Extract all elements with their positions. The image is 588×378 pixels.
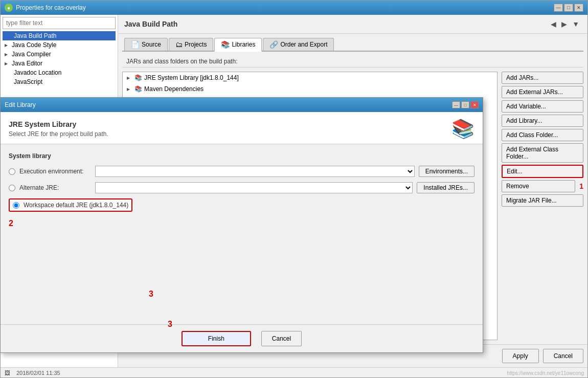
nav-arrows: ◀ ▶ ▼ — [549, 19, 581, 29]
tab-order-export[interactable]: 🔗 Order and Export — [263, 38, 334, 51]
titlebar-left: ● Properties for cas-overlay — [5, 4, 86, 12]
add-class-folder-btn[interactable]: Add Class Folder... — [502, 129, 583, 141]
add-ext-class-folder-btn[interactable]: Add External Class Folder... — [502, 143, 583, 163]
tab-source-label: Source — [142, 41, 161, 48]
execution-env-radio[interactable] — [9, 168, 15, 175]
dialog-title: Edit Library — [5, 101, 36, 108]
sidebar-item-java-build-path[interactable]: Java Build Path — [3, 31, 116, 40]
finish-btn[interactable]: Finish — [182, 331, 251, 346]
add-variable-btn[interactable]: Add Variable... — [502, 100, 583, 113]
eclipse-icon: ● — [5, 4, 13, 12]
dialog-close-btn[interactable]: ✕ — [470, 101, 479, 108]
tree-item-jre[interactable]: ▶ 📚 JRE System Library [jdk1.8.0_144] — [123, 72, 497, 83]
environments-btn[interactable]: Environments... — [419, 166, 474, 177]
sidebar-item-label: Java Compiler — [12, 51, 51, 58]
dialog-header-left: JRE System Library Select JRE for the pr… — [9, 120, 108, 138]
sidebar-item-javascript[interactable]: JavaScript — [3, 77, 116, 86]
migrate-jar-btn[interactable]: Migrate JAR File... — [502, 194, 583, 207]
minimize-btn[interactable]: — — [554, 4, 563, 12]
jre-lib-icon: 📚 — [134, 74, 142, 82]
properties-titlebar: ● Properties for cas-overlay — □ ✕ — [1, 1, 587, 15]
close-btn[interactable]: ✕ — [574, 4, 583, 12]
tab-libraries-label: Libraries — [232, 41, 255, 48]
order-tab-icon: 🔗 — [269, 40, 278, 49]
tab-projects[interactable]: 🗂 Projects — [169, 38, 213, 51]
sidebar-item-java-code-style[interactable]: ▶ Java Code Style — [3, 40, 116, 50]
dialog-min-btn[interactable]: — — [452, 101, 460, 108]
execution-env-row: Execution environment: Environments... — [9, 166, 474, 177]
arrow-icon: ▶ — [5, 52, 10, 57]
arrow-icon: ▶ — [5, 61, 10, 66]
workspace-default-label: Workspace default JRE (jdk1.8.0_144) — [24, 202, 128, 209]
dialog-footer: Finish Cancel — [1, 324, 483, 352]
properties-window-title: Properties for cas-overlay — [16, 4, 86, 11]
status-bar: 🖼 2018/02/01 11:35 — [1, 367, 587, 377]
alternate-jre-label: Alternate JRE: — [19, 184, 91, 191]
forward-btn[interactable]: ▶ — [559, 19, 569, 29]
jre-label: JRE System Library [jdk1.8.0_144] — [144, 74, 239, 81]
dialog-max-btn[interactable]: □ — [461, 101, 469, 108]
right-buttons: Add JARs... Add External JARs... Add Var… — [502, 72, 583, 340]
back-btn[interactable]: ◀ — [549, 19, 558, 29]
cancel-btn[interactable]: Cancel — [543, 349, 583, 363]
alternate-jre-combo[interactable] — [95, 182, 413, 193]
tab-libraries[interactable]: 📚 Libraries — [214, 38, 262, 52]
tab-projects-label: Projects — [185, 41, 207, 48]
dialog-header: JRE System Library Select JRE for the pr… — [1, 112, 483, 144]
dialog-header-title: JRE System Library — [9, 120, 108, 128]
tree-item-maven[interactable]: ▶ 📚 Maven Dependencies — [123, 83, 497, 95]
maximize-btn[interactable]: □ — [564, 4, 573, 12]
tab-source[interactable]: 📄 Source — [124, 38, 168, 51]
dropdown-btn[interactable]: ▼ — [570, 19, 581, 29]
apply-btn[interactable]: Apply — [502, 349, 539, 363]
status-timestamp-text: 2018/02/01 11:35 — [16, 370, 60, 376]
tabs-bar: 📄 Source 🗂 Projects 📚 Libraries 🔗 Order … — [122, 38, 583, 52]
section-title: System library — [9, 152, 474, 160]
source-tab-icon: 📄 — [131, 40, 140, 49]
annotation-1: 1 — [579, 182, 583, 190]
add-jars-btn[interactable]: Add JARs... — [502, 72, 583, 84]
arrow-icon: ▶ — [5, 43, 10, 48]
edit-btn[interactable]: Edit... — [502, 165, 583, 178]
dialog-titlebar: Edit Library — □ ✕ — [1, 98, 483, 112]
sidebar-item-java-compiler[interactable]: ▶ Java Compiler — [3, 50, 116, 59]
annotation-2: 2 — [9, 219, 474, 228]
sidebar-item-java-editor[interactable]: ▶ Java Editor — [3, 59, 116, 68]
projects-tab-icon: 🗂 — [175, 40, 183, 49]
alternate-jre-row: Alternate JRE: Installed JREs... — [9, 182, 474, 193]
maven-lib-icon: 📚 — [134, 85, 142, 93]
maven-label: Maven Dependencies — [144, 85, 203, 93]
remove-row: Remove 1 — [502, 180, 583, 192]
build-path-label: JARs and class folders on the build path… — [122, 56, 583, 68]
workspace-default-radio[interactable] — [13, 202, 19, 209]
dialog-title-btns: — □ ✕ — [452, 101, 479, 108]
status-timestamp: 🖼 — [5, 370, 10, 376]
libraries-tab-icon: 📚 — [221, 40, 230, 49]
add-library-btn[interactable]: Add Library... — [502, 115, 583, 127]
titlebar-buttons: — □ ✕ — [554, 4, 583, 12]
sidebar-item-javadoc-location[interactable]: Javadoc Location — [3, 68, 116, 77]
installed-jres-btn[interactable]: Installed JREs... — [417, 182, 474, 193]
dialog-header-subtitle: Select JRE for the project build path. — [9, 130, 108, 138]
panel-title: Java Build Path — [124, 20, 177, 28]
radio-group: Execution environment: Environments... A… — [9, 166, 474, 228]
alternate-jre-radio[interactable] — [9, 185, 15, 191]
maven-arrow-icon: ▶ — [127, 87, 132, 92]
sidebar-item-label: Javadoc Location — [14, 69, 61, 76]
workspace-default-row: Workspace default JRE (jdk1.8.0_144) — [9, 198, 132, 212]
execution-env-label: Execution environment: — [19, 168, 91, 175]
sidebar-item-label: Java Build Path — [14, 32, 56, 39]
filter-input[interactable] — [3, 17, 116, 29]
add-external-jars-btn[interactable]: Add External JARs... — [502, 86, 583, 98]
dialog-cancel-btn[interactable]: Cancel — [261, 331, 302, 346]
tab-order-export-label: Order and Export — [280, 41, 327, 48]
watermark: https://www.csdn.net/ye11owcong — [507, 370, 584, 376]
edit-library-dialog: Edit Library — □ ✕ JRE System Library Se… — [0, 97, 483, 353]
panel-header: Java Build Path ◀ ▶ ▼ — [118, 15, 587, 34]
remove-btn[interactable]: Remove — [502, 180, 575, 192]
execution-env-combo[interactable] — [95, 166, 415, 177]
annotation-3: 3 — [149, 290, 153, 299]
sidebar-item-label: JavaScript — [14, 78, 42, 85]
sidebar-item-label: Java Code Style — [12, 41, 56, 49]
dialog-header-icon: 📚 — [451, 118, 474, 140]
